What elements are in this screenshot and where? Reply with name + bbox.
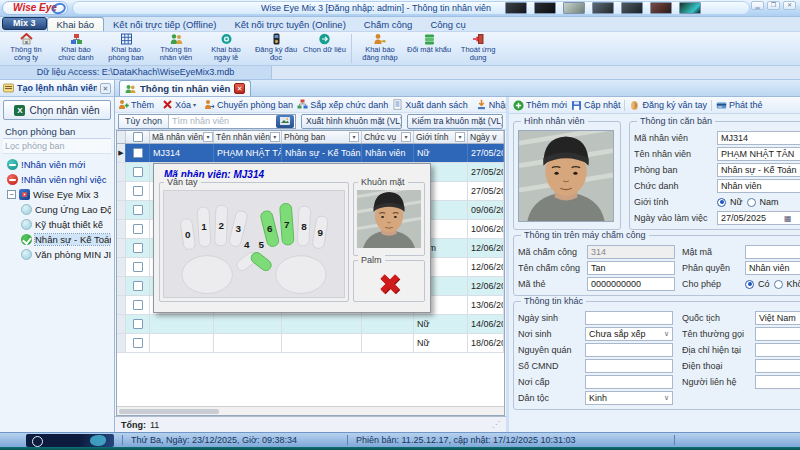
tree-item[interactable]: Kỹ thuật thiết kế (3, 217, 111, 232)
table-row[interactable]: Nữ18/06/2025 (117, 334, 504, 353)
column-header[interactable]: Ngày v (468, 131, 504, 143)
select-all-checkbox[interactable] (133, 132, 143, 142)
text-field[interactable]: 314 (587, 245, 675, 259)
export-face-button[interactable]: Xuất hình khuôn mặt (VL) (301, 114, 402, 129)
detail-toolbar-button[interactable]: Phát thẻ (716, 100, 763, 111)
horizontal-scrollbar[interactable] (117, 406, 504, 415)
ribbon-button[interactable]: Khai báo chức danh (51, 32, 101, 65)
column-filter-icon[interactable]: ▾ (401, 132, 411, 142)
ribbon-button[interactable]: Khai báo phòng ban (101, 32, 151, 65)
column-header[interactable]: Mã nhân viên▾ (150, 131, 214, 143)
column-filter-icon[interactable]: ▾ (203, 132, 213, 142)
table-row[interactable]: ▶MJ314PHẠM NHẬT TÂNNhân sự - Kế ToánNhân… (117, 144, 504, 163)
menu-item[interactable]: Chấm công (355, 18, 422, 31)
row-checkbox[interactable] (133, 167, 143, 177)
text-field[interactable] (585, 375, 673, 389)
sidebar-tab[interactable]: Tạo lệnh nhân viên ✕ (0, 80, 114, 97)
select-field[interactable]: Việt Nam∨ (755, 311, 800, 325)
row-checkbox[interactable] (133, 338, 143, 348)
radio-option[interactable]: Nữ (717, 197, 743, 207)
row-checkbox[interactable] (133, 186, 143, 196)
toolbar-button[interactable]: Xóa▾ (162, 99, 196, 110)
text-field[interactable]: PHẠM NHẬT TÂN (717, 147, 800, 161)
select-field[interactable]: Nhân sự - Kế Toán∨ (717, 163, 800, 177)
menu-item[interactable]: Kết nối trực tuyến (Online) (225, 18, 354, 31)
select-field[interactable]: Kinh∨ (585, 391, 673, 405)
select-field[interactable]: Nhân viên∨ (745, 261, 800, 275)
row-checkbox[interactable] (133, 205, 143, 215)
date-field[interactable]: 27/05/2025▦▾ (717, 211, 800, 225)
dropdown-caret-icon[interactable]: ▾ (193, 101, 196, 108)
tab-close-icon[interactable]: ✕ (234, 83, 245, 94)
finger-5-registered[interactable] (249, 250, 273, 272)
text-field[interactable]: MJ314 (717, 131, 800, 145)
ribbon-button[interactable]: Đăng ký đầu đọc (251, 32, 301, 65)
column-header[interactable]: Chức vụ▾ (362, 131, 414, 143)
options-button[interactable]: Tùy chọn (119, 115, 169, 128)
column-header[interactable]: Tên nhân viên▾ (214, 131, 282, 143)
search-input[interactable] (169, 115, 276, 127)
row-checkbox[interactable] (133, 148, 143, 158)
app-menu-button[interactable]: Mix 3 (2, 17, 47, 30)
ribbon-button[interactable]: Thoát ứng dụng (453, 32, 503, 65)
text-field[interactable] (755, 343, 800, 357)
detail-toolbar-button[interactable]: Cập nhật (571, 100, 621, 111)
row-checkbox[interactable] (133, 262, 143, 272)
ribbon-button[interactable]: Thông tin nhân viên (151, 32, 201, 65)
text-field[interactable] (585, 311, 673, 325)
menu-item[interactable]: Kết nối trực tiếp (Offline) (104, 18, 225, 31)
sidebar-close-icon[interactable]: ✕ (100, 83, 111, 94)
menu-item[interactable]: Công cụ (421, 18, 474, 31)
tree-item[interactable]: −Wise Eye Mix 3 (3, 187, 111, 202)
toolbar-button[interactable]: Xuất danh sách (392, 99, 468, 110)
radio-icon[interactable] (717, 198, 726, 207)
ribbon-button[interactable]: Chọn dữ liệu (301, 32, 348, 65)
ribbon-button[interactable]: Khai báo đăng nhập (355, 32, 405, 65)
text-field[interactable] (755, 375, 800, 389)
chevron-down-icon[interactable]: ∨ (664, 394, 669, 402)
toolbar-button[interactable]: Thêm (118, 99, 154, 110)
table-row[interactable]: Nữ14/06/2025 (117, 315, 504, 334)
ribbon-button[interactable]: Thông tin công ty (1, 32, 51, 65)
select-field[interactable]: Nhân viên∨ (717, 179, 800, 193)
text-field[interactable] (755, 327, 800, 341)
calendar-icon[interactable]: ▦ (784, 214, 792, 223)
choose-employee-button[interactable]: X Chọn nhân viên (3, 100, 111, 120)
text-field[interactable] (745, 245, 800, 259)
radio-icon[interactable] (747, 198, 756, 207)
tab-employee-info[interactable]: Thông tin nhân viên ✕ (119, 80, 251, 96)
menu-item[interactable]: Khai báo (47, 17, 105, 31)
row-checkbox[interactable] (133, 281, 143, 291)
tree-expander-icon[interactable]: − (7, 190, 16, 199)
row-checkbox[interactable] (133, 300, 143, 310)
toolbar-button[interactable]: Nhập nhân viên▾ (476, 99, 506, 110)
radio-option[interactable]: Có (745, 279, 770, 289)
detail-toolbar-button[interactable]: Thêm mới (513, 100, 567, 111)
tree-item[interactable]: Cung Ứng Lao Động (3, 202, 111, 217)
toolbar-button[interactable]: Sắp xếp chức danh (297, 99, 388, 110)
text-field[interactable] (585, 343, 673, 357)
scrollbar-thumb[interactable] (119, 409, 219, 414)
radio-option[interactable]: Nam (747, 197, 779, 207)
tree-item[interactable]: !Nhân viên nghỉ việc (3, 172, 111, 187)
text-field[interactable]: 0000000000 (587, 277, 675, 291)
radio-option[interactable]: Không (774, 279, 800, 289)
ribbon-button[interactable]: Khai báo ngày lễ (201, 32, 251, 65)
minimize-button[interactable]: ▁ (751, 1, 764, 10)
search-image-button[interactable] (276, 115, 294, 128)
column-filter-icon[interactable]: ▾ (349, 132, 359, 142)
radio-icon[interactable] (774, 280, 783, 289)
column-header[interactable]: Phòng ban▾ (282, 131, 362, 143)
row-checkbox[interactable] (133, 319, 143, 329)
column-filter-icon[interactable]: ▾ (455, 132, 465, 142)
select-field[interactable]: Chưa sắp xếp∨ (585, 327, 673, 341)
tree-item[interactable]: Văn phòng MIN JIE (3, 247, 111, 262)
text-field[interactable]: Tan (587, 261, 675, 275)
tree-item[interactable]: !Nhân viên mới (3, 157, 111, 172)
check-face-button[interactable]: Kiểm tra khuôn mặt (VL) (407, 114, 503, 129)
close-button[interactable]: ✕ (783, 1, 796, 10)
radio-icon[interactable] (745, 280, 754, 289)
toolbar-button[interactable]: Chuyển phòng ban (204, 99, 293, 110)
column-header[interactable]: Giới tính▾ (414, 131, 468, 143)
restore-button[interactable]: ❐ (767, 1, 780, 10)
